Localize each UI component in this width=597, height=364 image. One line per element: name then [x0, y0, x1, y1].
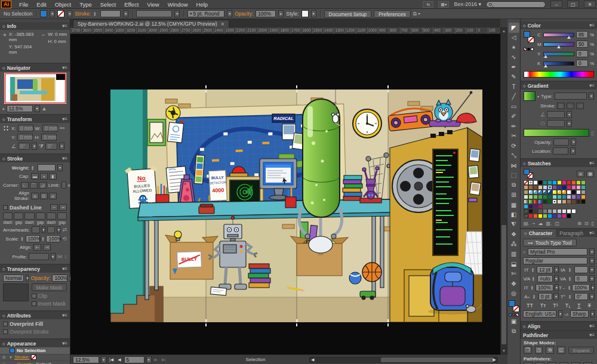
transform-rotate-field[interactable]: 0° — [18, 143, 30, 150]
close-button[interactable]: ✕ — [584, 1, 596, 8]
swatch[interactable] — [552, 180, 557, 185]
brush-dropdown-icon[interactable]: ▾ — [227, 10, 232, 17]
minimize-button[interactable]: – — [550, 1, 562, 8]
menu-view[interactable]: View — [143, 1, 163, 8]
swatch[interactable] — [581, 195, 586, 199]
selected-swatch[interactable] — [547, 185, 552, 190]
swatch[interactable] — [552, 214, 557, 218]
swatch[interactable] — [552, 190, 557, 195]
profile-dropdown-icon[interactable]: ▾ — [51, 253, 56, 260]
registration-swatch[interactable]: ✛ — [528, 180, 533, 185]
swatch[interactable] — [528, 209, 533, 214]
swatch[interactable] — [557, 190, 562, 195]
mesh-tool[interactable]: ▦ — [509, 200, 519, 210]
gap-field[interactable] — [14, 212, 23, 220]
panel-menu-icon[interactable]: ▾≡ — [589, 161, 595, 166]
libraries-sync-icon[interactable]: ☁ — [538, 221, 543, 226]
menu-edit[interactable]: Edit — [32, 1, 50, 8]
swatch[interactable] — [571, 209, 576, 214]
panel-menu-icon[interactable]: ▾≡ — [62, 341, 67, 346]
menu-object[interactable]: Object — [51, 1, 75, 8]
gradient-type-dropdown-icon[interactable]: ▾ — [589, 92, 594, 100]
swatch[interactable] — [547, 190, 552, 195]
gap-field[interactable] — [57, 212, 67, 220]
gradient-location-field[interactable] — [553, 147, 568, 155]
baseline-shift-dropdown-icon[interactable]: ▾ — [553, 293, 559, 300]
gradient-angle-field[interactable] — [547, 111, 565, 118]
gradient-aspect-field[interactable] — [547, 120, 565, 127]
leading-field[interactable] — [574, 266, 588, 273]
weight-dropdown-icon[interactable]: ▾ — [57, 164, 63, 171]
cap-2-icon[interactable]: ▮ — [49, 173, 57, 180]
zoom-out-icon[interactable]: ▴ — [2, 106, 5, 111]
tab-close-icon[interactable]: ✕ — [220, 21, 224, 27]
overprint-fill-checkbox[interactable] — [3, 322, 8, 326]
swatch[interactable] — [528, 185, 533, 190]
swatch[interactable] — [562, 214, 567, 218]
swatch[interactable] — [581, 190, 586, 195]
swatch[interactable] — [533, 180, 538, 185]
swatch[interactable] — [562, 185, 567, 190]
miter-limit-field[interactable] — [61, 181, 66, 189]
lasso-tool[interactable]: ∿ — [509, 53, 519, 63]
shape-mode-3-icon[interactable]: ◱ — [557, 346, 565, 354]
color-themes-icon[interactable]: ⌁ — [533, 221, 536, 226]
swatch[interactable] — [547, 214, 552, 218]
zoom-tool[interactable]: ◎ — [509, 289, 519, 299]
arrowhead-align-tip-icon[interactable]: ⊢ — [33, 244, 41, 251]
swatch[interactable] — [557, 209, 562, 214]
swatch[interactable] — [552, 185, 557, 190]
color-group-folder-icon[interactable]: ▱ — [524, 214, 528, 218]
scroll-down-icon[interactable]: ▼ — [502, 348, 506, 354]
list-view-icon[interactable]: ≣ — [577, 171, 584, 177]
vertical-scale-dropdown-icon[interactable]: ▾ — [555, 284, 559, 291]
opacity-label[interactable]: Opacity: — [235, 11, 253, 17]
swatch[interactable] — [547, 199, 552, 204]
pattern-swatch[interactable] — [524, 190, 528, 195]
opacity-dropdown-icon[interactable]: ▸ — [278, 10, 284, 17]
expand-button[interactable]: Expand — [568, 347, 594, 354]
paintbrush-tool[interactable]: ✐ — [509, 112, 519, 122]
subscript-icon[interactable]: T₁ — [565, 303, 571, 309]
navigator-thumbnail[interactable] — [4, 73, 66, 104]
swatch[interactable] — [576, 190, 581, 195]
swatch[interactable] — [547, 180, 552, 185]
kerning-stepper[interactable]: ▲▼ — [532, 276, 536, 281]
delete-swatch-icon[interactable]: ▯ — [592, 221, 594, 226]
delete-stop-icon[interactable]: ▯ — [591, 130, 594, 136]
superscript-icon[interactable]: T¹ — [553, 303, 558, 309]
swatch[interactable] — [538, 190, 543, 195]
swatch[interactable] — [567, 199, 571, 204]
transform-x-field[interactable]: 0 mm — [18, 125, 33, 132]
anti-alias-select[interactable]: Sharp — [570, 310, 589, 317]
zoom-dropdown-icon[interactable]: ▾ — [101, 356, 106, 363]
small-caps-icon[interactable]: Tᴛ — [540, 303, 546, 309]
channel-slider[interactable] — [543, 61, 574, 66]
scissors-tool[interactable]: ✂ — [509, 131, 519, 141]
touch-type-tool-button[interactable]: ⊶Touch Type Tool — [523, 239, 577, 246]
menu-select[interactable]: Select — [96, 1, 120, 8]
character-rotation-field[interactable]: 0° — [574, 293, 588, 300]
swatch[interactable] — [533, 214, 538, 218]
column-graph-tool[interactable]: ▥ — [509, 249, 519, 260]
dash-preset-1-icon[interactable]: ┄ — [50, 204, 58, 211]
swatch[interactable] — [533, 195, 538, 199]
swatch[interactable] — [567, 209, 571, 214]
font-family-dropdown-icon[interactable]: ▾ — [589, 248, 595, 255]
swatch[interactable] — [543, 195, 547, 199]
swatch[interactable] — [543, 185, 547, 190]
panel-menu-icon[interactable]: ▾≡ — [62, 313, 67, 318]
navigator-zoom-field[interactable]: 12.5% — [7, 105, 33, 112]
swatches-fill-stroke-proxy[interactable] — [524, 169, 533, 178]
swatch[interactable] — [538, 204, 543, 209]
appearance-selection-row[interactable]: No Selection — [0, 347, 70, 354]
transform-y-field[interactable]: 0 mm — [17, 134, 33, 141]
tracking-dropdown-icon[interactable]: ▾ — [589, 275, 595, 282]
black-swatch[interactable] — [527, 48, 530, 51]
menu-effect[interactable]: Effect — [120, 1, 143, 8]
flip-across-icon[interactable]: ↕ — [64, 254, 67, 260]
swatch[interactable] — [581, 199, 586, 204]
kerning-dropdown-icon[interactable]: ▾ — [554, 275, 559, 282]
shear-dropdown-icon[interactable]: ▾ — [59, 143, 64, 150]
gradient-type-select[interactable] — [555, 92, 587, 100]
